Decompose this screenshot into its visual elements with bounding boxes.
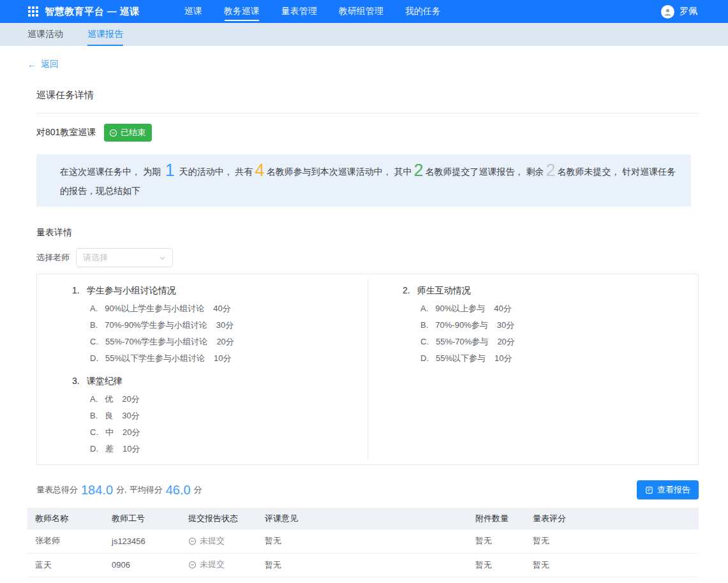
option-text: 优 <box>105 395 113 403</box>
nav-item-教务巡课[interactable]: 教务巡课 <box>224 0 260 23</box>
cell-teacher-name: 蓝天 <box>27 553 104 577</box>
scale-detail-title: 量表详情 <box>36 227 699 239</box>
option-letter: D. <box>90 354 98 362</box>
question-option: D. 差 10分 <box>90 445 355 453</box>
option-score: 40分 <box>213 304 230 313</box>
back-arrow-icon: ← <box>27 59 36 70</box>
total-score-label: 量表总得分 <box>36 484 78 496</box>
option-letter: B. <box>90 321 98 329</box>
table-row: 蓝天 0906 未提交 暂无 暂无 暂无 <box>27 553 699 577</box>
report-status-label: 未提交 <box>200 559 225 570</box>
question-option: B. 70%-90%学生参与小组讨论 30分 <box>90 321 355 329</box>
cell-scale-score: 暂无 <box>525 529 621 553</box>
status-badge: 已结束 <box>104 124 152 142</box>
view-report-button[interactable]: 查看报告 <box>637 480 699 499</box>
summary-number: 1 <box>165 161 175 180</box>
question-option: D. 55%以下学生参与小组讨论 10分 <box>90 354 355 362</box>
option-text: 差 <box>105 445 114 453</box>
question-number: 1. <box>72 284 80 296</box>
option-score: 20分 <box>216 337 234 346</box>
questions-left-column: 1.学生参与小组讨论情况 A. 90%以上学生参与小组讨论 40分 B. 70%… <box>37 278 368 453</box>
question-option: A. 90%以上学生参与小组讨论 40分 <box>90 304 355 313</box>
nav-item-我的任务[interactable]: 我的任务 <box>405 0 441 23</box>
option-score: 10分 <box>494 354 512 362</box>
option-letter: A. <box>90 304 98 313</box>
option-letter: D. <box>420 354 429 362</box>
cell-comment: 暂无 <box>257 529 468 553</box>
table-header-cell: 教师名称 <box>27 508 104 529</box>
option-letter: B. <box>420 321 428 329</box>
question-option: C. 55%-70%参与 20分 <box>420 337 685 346</box>
option-score: 40分 <box>494 304 511 313</box>
task-name: 对801教室巡课 <box>36 127 96 138</box>
cell-scale-score: 120 <box>525 577 621 583</box>
total-score-unit: 分, <box>116 484 127 496</box>
select-placeholder: 请选择 <box>83 252 108 263</box>
question-number: 3. <box>72 375 80 387</box>
teacher-select[interactable]: 请选择 <box>76 248 173 267</box>
question-option: B. 70%-90%参与 30分 <box>420 321 685 329</box>
minus-circle-icon <box>188 561 197 569</box>
nav-item-量表管理[interactable]: 量表管理 <box>281 0 317 23</box>
summary-number: 2 <box>414 161 424 180</box>
option-letter: B. <box>90 411 98 420</box>
questions-right-column: 2.师生互动情况 A. 90%以上参与 40分 B. 70%-90%参与 30分… <box>368 278 698 453</box>
cell-actions <box>621 553 699 577</box>
option-score: 20分 <box>497 337 514 346</box>
option-score: 20分 <box>122 395 139 403</box>
user-menu[interactable]: 罗佩 <box>661 5 697 18</box>
tab-巡课报告[interactable]: 巡课报告 <box>87 23 123 46</box>
table-header-row: 教师名称教师工号提交报告状态评课意见附件数量量表评分 <box>27 508 699 529</box>
option-text: 良 <box>105 411 113 420</box>
question-option: A. 优 20分 <box>90 395 355 403</box>
option-text: 55%-70%参与 <box>436 337 488 346</box>
option-text: 55%以下学生参与小组讨论 <box>105 354 205 362</box>
table-header-cell: 提交报告状态 <box>181 508 257 529</box>
question: 2.师生互动情况 A. 90%以上参与 40分 B. 70%-90%参与 30分… <box>403 284 685 362</box>
avatar <box>661 5 674 18</box>
question: 1.学生参与小组讨论情况 A. 90%以上学生参与小组讨论 40分 B. 70%… <box>72 284 355 362</box>
minus-circle-icon <box>188 537 197 545</box>
cell-scale-score: 暂无 <box>525 553 621 577</box>
option-text: 70%-90%参与 <box>435 321 487 329</box>
tab-巡课活动[interactable]: 巡课活动 <box>27 23 63 46</box>
option-text: 90%以上参与 <box>435 304 485 313</box>
cell-teacher-id: 1010 <box>104 577 181 583</box>
chevron-down-icon <box>159 255 166 262</box>
nav-item-教研组管理[interactable]: 教研组管理 <box>339 0 383 23</box>
option-letter: C. <box>420 337 429 346</box>
question-option: B. 良 30分 <box>90 411 355 420</box>
nav-item-巡课[interactable]: 巡课 <box>184 0 202 23</box>
report-status: 未提交 <box>188 535 225 547</box>
score-row: 量表总得分 184.0 分, 平均得分 46.0 分 查看报告 <box>36 480 699 499</box>
option-score: 20分 <box>123 428 140 436</box>
apps-grid-icon[interactable] <box>28 6 38 17</box>
nav-items: 巡课教务巡课量表管理教研组管理我的任务 <box>184 0 441 23</box>
question-option: D. 55%以下参与 10分 <box>420 354 685 362</box>
cell-attachments: 暂无 <box>468 553 525 577</box>
table-header-cell: 附件数量 <box>468 508 525 529</box>
table-header-cell: 量表评分 <box>525 508 621 529</box>
task-row: 对801教室巡课 已结束 <box>36 124 699 142</box>
teacher-select-label: 选择老师 <box>36 252 70 263</box>
summary-box: 在这次巡课任务中， 为期 1 天的活动中， 共有4名教师参与到本次巡课活动中， … <box>36 154 691 207</box>
avg-score-value: 46.0 <box>166 483 191 498</box>
table-row: 张老师 js123456 未提交 暂无 暂无 暂无 <box>27 529 699 553</box>
summary-number: 2 <box>546 161 555 180</box>
question-option: A. 90%以上参与 40分 <box>420 304 685 313</box>
option-letter: D. <box>90 445 98 453</box>
cell-actions: 详情删除 <box>621 577 699 583</box>
cell-comment: 暂无 <box>257 553 468 577</box>
option-score: 30分 <box>216 321 234 329</box>
option-score: 10分 <box>214 354 231 362</box>
cell-teacher-id: 0906 <box>104 553 181 577</box>
top-navbar: 智慧教育平台 — 巡课 巡课教务巡课量表管理教研组管理我的任务 罗佩 <box>0 0 728 23</box>
question-option: C. 55%-70%学生参与小组讨论 20分 <box>90 337 355 346</box>
option-score: 30分 <box>122 411 139 420</box>
cell-teacher-name: 晴天 <box>27 577 104 583</box>
question-title: 学生参与小组讨论情况 <box>87 284 176 296</box>
back-button[interactable]: ← 返回 <box>27 59 59 70</box>
option-text: 中 <box>105 428 114 436</box>
table-header-cell <box>621 508 699 529</box>
question: 3.课堂纪律 A. 优 20分 B. 良 30分 C. 中 20分 D. 差 1… <box>72 375 355 453</box>
